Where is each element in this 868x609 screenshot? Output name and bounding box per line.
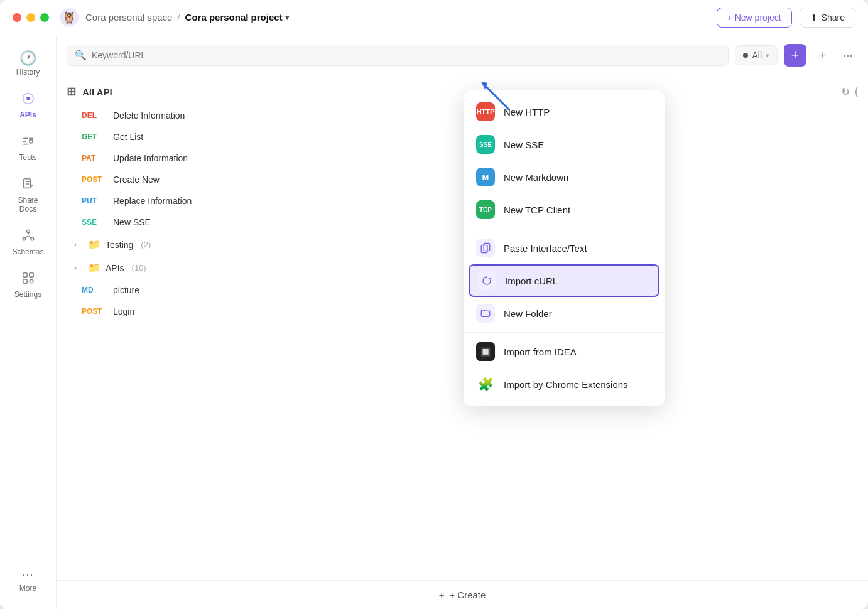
sidebar-item-tests[interactable]: Tests [6, 128, 51, 168]
method-badge-post-2: POST [82, 307, 106, 316]
main-layout: 🕐 History APIs [0, 35, 868, 609]
api-list-header: ⊞ All API ↻ ⟨ [57, 78, 868, 105]
menu-item-import-idea[interactable]: 🔲 Import from IDEA [464, 335, 665, 368]
search-input-wrapper[interactable]: 🔍 [67, 45, 729, 66]
menu-divider-2 [464, 332, 665, 333]
api-item-md[interactable]: MD picture [57, 279, 868, 301]
breadcrumb-separator: / [177, 12, 180, 23]
create-button[interactable]: + + Create [57, 580, 868, 609]
tcp-icon: TCP [476, 200, 495, 219]
svg-rect-18 [481, 245, 487, 253]
method-badge-get: GET [82, 132, 106, 141]
sidebar-item-schemas[interactable]: Schemas [6, 222, 51, 262]
add-button[interactable]: + [784, 44, 806, 67]
minimize-button[interactable] [26, 13, 35, 22]
chevron-down-icon: ▾ [285, 13, 289, 22]
menu-item-paste-interface[interactable]: Paste Interface/Text [464, 232, 665, 264]
method-badge-put: PUT [82, 197, 106, 205]
menu-divider-1 [464, 229, 665, 229]
more-options-button[interactable]: ··· [838, 45, 858, 65]
svg-point-2 [26, 97, 30, 100]
method-badge-sse: SSE [82, 218, 106, 227]
titlebar: 🦉 Cora personal space / Cora personal pr… [0, 0, 868, 35]
svg-rect-4 [28, 138, 33, 139]
api-item-sse[interactable]: SSE New SSE [57, 212, 868, 233]
app-logo: 🦉 [59, 8, 79, 28]
api-item-delete[interactable]: DEL Delete Information [57, 105, 868, 126]
folder-chevron-icon-2: › [74, 264, 83, 272]
svg-rect-8 [23, 179, 30, 188]
api-item-post-create[interactable]: POST Create New [57, 169, 868, 190]
new-project-button[interactable]: + New project [717, 8, 792, 28]
idea-icon: 🔲 [476, 342, 495, 361]
tests-icon [21, 134, 35, 151]
project-name[interactable]: Cora personal project ▾ [185, 12, 289, 23]
search-icon: 🔍 [75, 50, 87, 61]
svg-rect-5 [23, 141, 26, 142]
settings-icon [21, 271, 35, 288]
sidebar-item-share-docs[interactable]: Share Docs [6, 171, 51, 220]
filter-chevron-icon: ▾ [766, 51, 769, 60]
svg-point-9 [26, 230, 30, 233]
refresh-icon[interactable]: ↻ [841, 86, 849, 98]
curl-icon [477, 271, 496, 290]
share-icon: ⬆ [810, 13, 818, 23]
collapse-icon[interactable]: ⟨ [854, 86, 858, 98]
folder-icon-2: 📁 [88, 262, 100, 274]
chrome-icon: 🧩 [476, 375, 495, 394]
filter-dot-icon [743, 53, 748, 58]
history-icon: 🕐 [19, 51, 36, 65]
traffic-lights [13, 13, 49, 22]
folder-item-apis[interactable]: › 📁 APIs (10) [57, 256, 868, 279]
add-tab-button[interactable]: + [813, 45, 833, 65]
search-input[interactable] [92, 50, 720, 60]
search-bar: 🔍 All ▾ + + ··· [57, 35, 868, 73]
paste-icon [476, 239, 495, 257]
breadcrumb: Cora personal space / Cora personal proj… [85, 12, 289, 23]
folder-chevron-icon: › [74, 240, 83, 249]
dropdown-menu: HTTP New HTTP SSE New SSE M New Markdown… [464, 90, 665, 406]
folder-item-testing[interactable]: › 📁 Testing (2) [57, 233, 868, 256]
api-list: ⊞ All API ↻ ⟨ DEL Delete Information GET… [57, 73, 868, 580]
method-badge-md: MD [82, 286, 106, 294]
method-badge-del: DEL [82, 111, 106, 120]
maximize-button[interactable] [40, 13, 49, 22]
share-button[interactable]: ⬆ Share [800, 8, 855, 28]
menu-item-new-markdown[interactable]: M New Markdown [464, 161, 665, 193]
sse-icon: SSE [476, 135, 495, 154]
titlebar-actions: + New project ⬆ Share [717, 8, 855, 28]
svg-rect-13 [29, 273, 33, 277]
method-badge-pat: PAT [82, 154, 106, 163]
sidebar-item-history[interactable]: 🕐 History [6, 45, 51, 83]
sidebar-more[interactable]: ··· More [14, 562, 41, 599]
svg-rect-7 [23, 144, 28, 145]
svg-rect-14 [23, 279, 26, 283]
apis-icon [21, 92, 35, 108]
arrow-indicator [471, 78, 521, 118]
more-dots-icon: ··· [22, 568, 33, 581]
toolbar-actions: + ··· [813, 45, 858, 65]
space-name: Cora personal space [85, 12, 172, 23]
sidebar-item-settings[interactable]: Settings [6, 265, 51, 305]
svg-rect-3 [23, 138, 27, 139]
menu-item-new-tcp[interactable]: TCP New TCP Client [464, 193, 665, 226]
sidebar: 🕐 History APIs [0, 35, 57, 609]
schemas-icon [21, 229, 35, 245]
svg-point-15 [30, 279, 33, 283]
menu-item-new-folder[interactable]: New Folder [464, 297, 665, 330]
folder-icon: 📁 [88, 239, 100, 251]
filter-dropdown[interactable]: All ▾ [735, 45, 778, 65]
app-window: 🦉 Cora personal space / Cora personal pr… [0, 0, 868, 609]
close-button[interactable] [13, 13, 21, 22]
menu-item-import-curl[interactable]: Import cURL [469, 264, 659, 297]
sidebar-item-apis[interactable]: APIs [6, 85, 51, 126]
api-item-get[interactable]: GET Get List [57, 126, 868, 148]
api-item-put[interactable]: PUT Replace Information [57, 190, 868, 212]
content-area: 🔍 All ▾ + + ··· ⊞ All API [57, 35, 868, 609]
api-item-post-login[interactable]: POST Login [57, 301, 868, 322]
menu-item-import-chrome[interactable]: 🧩 Import by Chrome Extensions [464, 368, 665, 401]
svg-point-6 [29, 139, 33, 143]
api-item-patch[interactable]: PAT Update Information [57, 148, 868, 169]
menu-item-new-sse[interactable]: SSE New SSE [464, 128, 665, 161]
svg-rect-12 [23, 273, 26, 277]
